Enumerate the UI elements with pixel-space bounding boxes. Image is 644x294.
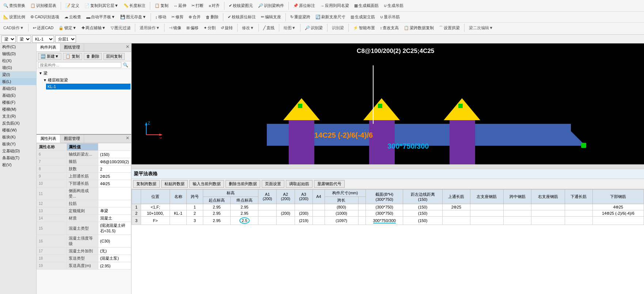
row-span[interactable]: 1 (187, 204, 203, 210)
row-bot-steel[interactable]: 4Φ25 (592, 204, 644, 210)
panel-close-btn[interactable]: ✕ (124, 43, 131, 51)
menu-neg-steel[interactable]: 反负筋(X) (0, 120, 36, 127)
layer-selector[interactable]: 分层1 (55, 35, 76, 43)
new-component-btn[interactable]: 🆕 新建▼ (38, 53, 61, 60)
row-end-h[interactable]: 2.5 (231, 216, 258, 225)
row-mid-steel[interactable] (504, 216, 531, 225)
row-a2[interactable] (277, 216, 295, 225)
row-left-seat[interactable] (470, 210, 504, 216)
menu-pile[interactable]: 桩(V) (0, 161, 36, 168)
prop-val-cell[interactable]: (混凝土泵) (98, 255, 131, 262)
prop-val-cell[interactable]: (2.95) (98, 262, 131, 270)
prop-val-cell[interactable] (98, 200, 131, 207)
rotate-btn[interactable]: ↺ 旋转 (219, 24, 235, 31)
row-left-seat[interactable] (470, 204, 504, 210)
menu-foundation-e[interactable]: 基础(E) (0, 92, 36, 99)
re-span-btn[interactable]: ↻ 重提梁跨 (288, 14, 312, 20)
define-btn[interactable]: 📝 定义 (64, 2, 81, 9)
row-bot-steel[interactable]: 14Φ25 (-2)/6(-4)/6 (592, 210, 644, 216)
menu-axis[interactable]: 轴线(D) (0, 50, 36, 57)
row-span[interactable]: 3 (187, 216, 203, 225)
gen-section-btn[interactable]: ▦ 生成截面筋 (352, 2, 380, 9)
offset-btn[interactable]: ⊞ 偏移 (185, 24, 200, 31)
edit-support-btn[interactable]: ✏ 编辑支座 (259, 14, 283, 20)
show-hanger-btn[interactable]: ∪ 显示吊筋 (378, 14, 402, 20)
type-selector[interactable]: 梁 (1, 35, 16, 43)
row-name[interactable] (170, 216, 187, 225)
gen-hanger-btn[interactable]: ∪ 生成吊筋 (382, 2, 405, 9)
row-a1[interactable] (258, 204, 277, 210)
tree-kl1[interactable]: KL-1 (46, 84, 130, 89)
input-col-data-btn[interactable]: 输入当前列数据 (189, 180, 224, 188)
gen-frame-btn[interactable]: ▥ 生成架立筋 (349, 14, 377, 20)
menu-wall[interactable]: 墙(G) (0, 64, 36, 71)
delete-col-data-btn[interactable]: 删除当前列数据 (226, 180, 260, 188)
prop-val-cell[interactable]: 2 (98, 165, 131, 173)
prop-val-cell[interactable]: (150) (98, 151, 131, 158)
row-top-cont[interactable] (442, 216, 470, 225)
identify-floors-btn[interactable]: 📋 识别楼层表 (29, 2, 58, 9)
prop-val-cell[interactable]: (无) (98, 248, 131, 255)
row-section[interactable]: (300*750) (366, 210, 403, 216)
row-pos[interactable]: F> (141, 216, 170, 225)
menu-stair[interactable]: 楼梯(M) (0, 106, 36, 113)
type-selector2[interactable]: 梁 (17, 35, 31, 43)
break-btn[interactable]: ✂ 打断 (190, 2, 205, 9)
change-height-btn[interactable]: ↕ 查改支高 (378, 24, 401, 31)
row-bot-steel[interactable] (592, 216, 644, 225)
mirror-btn[interactable]: ⊣ 镜像 (167, 24, 183, 31)
row-left-seat[interactable] (470, 216, 504, 225)
menu-slab-k[interactable]: 板块(K) (0, 134, 36, 141)
row-dist[interactable]: (150) (403, 210, 442, 216)
menu-column[interactable]: 柱(X) (0, 57, 36, 64)
lock-btn[interactable]: 🔒 锁定▼ (57, 24, 78, 31)
merge-btn[interactable]: ⊕ 合并 (187, 14, 202, 20)
copy-btn[interactable]: 📋 复制 (153, 2, 170, 9)
tree-root-beam[interactable]: ▼ 梁 (37, 70, 130, 77)
row-top-cont[interactable] (442, 210, 470, 216)
menu-floor-w[interactable]: 楼板(W) (0, 127, 36, 134)
prop-val-cell[interactable]: 2Φ25 (98, 173, 131, 180)
row-a3[interactable]: (219) (295, 216, 313, 225)
menu-structure[interactable]: 构件(C) (0, 43, 36, 50)
search-input[interactable] (38, 62, 121, 68)
prop-val-cell[interactable] (98, 187, 131, 200)
refresh-support-btn[interactable]: 🔄 刷新支座尺寸 (314, 14, 347, 20)
filter-btn[interactable]: ▽ 图元过滤 (109, 24, 132, 31)
trim-btn[interactable]: ✂ 修剪 (170, 14, 185, 20)
row-bot-cont[interactable] (565, 216, 592, 225)
menu-found-t[interactable]: 条基础(T) (0, 154, 36, 161)
menu-slab-y[interactable]: 板块(Y) (0, 141, 36, 148)
tab-layers[interactable]: 图层管理 (60, 135, 84, 143)
delete-component-btn[interactable]: 🗑 删除 (84, 53, 102, 60)
row-start-h[interactable]: 2.95 (203, 216, 231, 225)
paste-span-data-btn[interactable]: 粘贴跨数据 (161, 180, 188, 188)
move-btn[interactable]: ↕ 移动 (154, 14, 168, 20)
menu-floor[interactable]: 楼板(F) (0, 99, 36, 106)
prop-val-cell[interactable]: 单梁 (98, 207, 131, 215)
row-span[interactable]: 2 (187, 210, 203, 216)
row-end-h[interactable]: 2.95 (231, 204, 258, 210)
copy-layer-btn[interactable]: 📄 复制到其它层▼ (83, 2, 120, 9)
row-a4[interactable] (313, 210, 325, 216)
identify-beam-btn[interactable]: 🔎 识别梁 (303, 24, 325, 31)
copy-component-btn[interactable]: 📋 复制 (63, 53, 82, 60)
line-btn[interactable]: ╱ 直线 (261, 24, 276, 31)
copy-span-btn[interactable]: 📋 梁跨数据复制 (402, 24, 436, 31)
row-section[interactable]: (300*750) (366, 204, 403, 210)
row-a1[interactable] (258, 216, 277, 225)
props-close-btn[interactable]: ✕ (124, 135, 131, 143)
row-a4[interactable] (313, 216, 325, 225)
row-a4[interactable] (313, 204, 325, 210)
row-mid-steel[interactable] (504, 204, 531, 210)
prop-val-cell[interactable]: 4Φ25 (98, 180, 131, 187)
prop-val-cell[interactable]: Φ8@100/200(2) (98, 158, 131, 165)
cad-options-btn[interactable]: ⚙ CAD识别选项 (29, 14, 61, 20)
check-orig-mark-btn[interactable]: ✔ 校核原位标注 (226, 14, 258, 20)
menu-col-r[interactable]: 支主(R) (0, 113, 36, 120)
menu-found-d[interactable]: 立基础(D) (0, 148, 36, 154)
row-section[interactable]: 300*750/300 (366, 216, 403, 225)
row-pos[interactable]: 10+1000, (141, 210, 170, 216)
split-btn[interactable]: ✦ 分割 (202, 24, 217, 31)
row-a3[interactable]: (200) (295, 210, 313, 216)
